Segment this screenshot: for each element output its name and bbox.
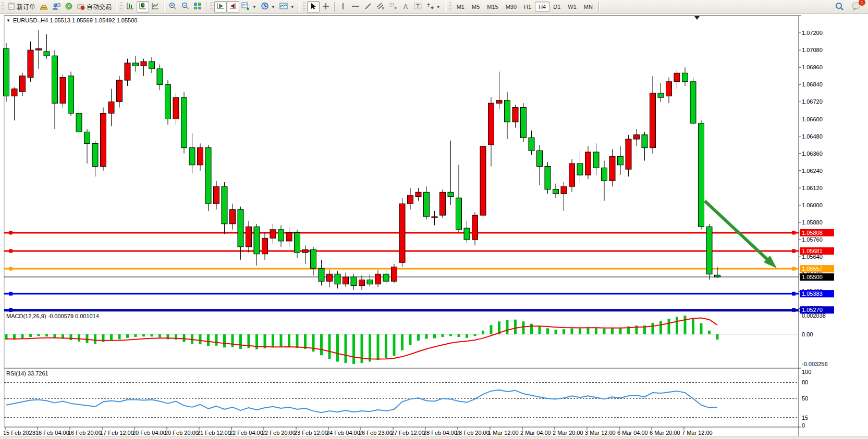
toolbar-grip bbox=[449, 2, 451, 11]
crosshair-button[interactable] bbox=[320, 1, 332, 12]
line-handle-right[interactable] bbox=[792, 292, 796, 296]
candle-bear bbox=[545, 167, 551, 190]
timeframe-button-m1[interactable]: M1 bbox=[453, 2, 468, 12]
candle-bear bbox=[424, 192, 430, 217]
chart-canvas[interactable]: 1.072001.070801.069601.068401.067201.066… bbox=[0, 0, 868, 439]
price-label-text: 1.05500 bbox=[802, 274, 823, 280]
candle-bear bbox=[464, 228, 470, 240]
arrows-button[interactable]: ▼ bbox=[424, 1, 443, 12]
candle-bear bbox=[577, 164, 583, 175]
timeframe-button-d1[interactable]: D1 bbox=[549, 2, 564, 12]
fibonacci-button[interactable]: F bbox=[387, 1, 399, 12]
candle-bear bbox=[157, 69, 163, 84]
line-handle-right[interactable] bbox=[792, 231, 796, 234]
text-label-icon: T bbox=[414, 2, 422, 11]
price-tick-label: 1.07080 bbox=[802, 47, 823, 53]
auto-scroll-button[interactable] bbox=[214, 1, 227, 12]
macd-scale-label: 0.00 bbox=[802, 331, 813, 337]
line-handle-right[interactable] bbox=[792, 249, 796, 253]
candle-bear bbox=[448, 192, 454, 196]
timeframe-button-h1[interactable]: H1 bbox=[520, 2, 535, 12]
line-handle-left[interactable] bbox=[9, 292, 13, 296]
collapse-triangle-icon[interactable]: ▼ bbox=[6, 18, 10, 23]
market-watch-button[interactable] bbox=[50, 1, 63, 12]
candle-bull bbox=[246, 227, 252, 247]
candle-bear bbox=[149, 61, 155, 69]
timeframe-button-mn[interactable]: MN bbox=[580, 2, 596, 12]
price-tick-label: 1.07200 bbox=[802, 30, 823, 36]
price-tick-label: 1.06720 bbox=[802, 98, 823, 105]
time-axis-label: 20 Feb 04:00 bbox=[132, 430, 166, 436]
line-handle-left[interactable] bbox=[9, 231, 13, 234]
charts-profile-icon bbox=[40, 3, 48, 11]
line-handle-right[interactable] bbox=[792, 308, 796, 312]
text-button[interactable]: A bbox=[399, 1, 412, 12]
line-handle-right[interactable] bbox=[792, 267, 796, 271]
candle-bear bbox=[335, 274, 340, 284]
new-order-label: 新订单 bbox=[17, 3, 35, 11]
time-axis-label: 24 Feb 04:00 bbox=[326, 430, 360, 436]
tile-windows-icon bbox=[193, 2, 202, 11]
candle-bear bbox=[295, 232, 300, 253]
templates-button[interactable]: ▼ bbox=[277, 1, 297, 12]
chart-shift-button[interactable] bbox=[227, 1, 239, 12]
notifications-button[interactable]: 1 bbox=[849, 1, 863, 12]
candlestick-button[interactable] bbox=[137, 1, 149, 12]
line-handle-left[interactable] bbox=[9, 249, 13, 253]
candle-bull bbox=[101, 113, 106, 166]
indicators-button[interactable]: ▼ bbox=[239, 1, 259, 12]
candle-bull bbox=[650, 93, 656, 148]
price-tick-label: 1.06000 bbox=[802, 202, 823, 208]
label-button[interactable]: T bbox=[412, 1, 424, 12]
price-label-text: 1.05383 bbox=[802, 291, 823, 297]
signals-button[interactable] bbox=[63, 1, 75, 12]
time-axis-label: 2 Mar 04:00 bbox=[520, 430, 551, 436]
timeframe-button-h4[interactable]: H4 bbox=[535, 2, 549, 12]
candle-bear bbox=[505, 101, 510, 122]
autotrading-label: 自动交易 bbox=[87, 3, 112, 11]
horizontal-line-icon bbox=[351, 3, 360, 11]
bar-chart-button[interactable] bbox=[124, 1, 137, 12]
candle-bear bbox=[4, 48, 9, 96]
timeframe-button-m15[interactable]: M15 bbox=[483, 2, 502, 12]
horizontal-line-button[interactable] bbox=[349, 1, 362, 12]
cursor-button[interactable] bbox=[307, 1, 320, 12]
toolbar-separator bbox=[299, 2, 299, 12]
candle-bull bbox=[609, 156, 615, 181]
timeframe-button-m5[interactable]: M5 bbox=[468, 2, 483, 12]
channel-button[interactable]: E bbox=[374, 1, 387, 12]
line-handle-left[interactable] bbox=[9, 267, 13, 271]
toolbar-grip bbox=[303, 2, 305, 11]
candle-bull bbox=[230, 209, 236, 224]
trading-app-window: 新订单 自动交易 bbox=[0, 0, 868, 439]
price-tick-label: 1.05760 bbox=[802, 236, 823, 243]
candle-bull bbox=[634, 135, 640, 139]
autotrading-button[interactable]: 自动交易 bbox=[75, 1, 114, 12]
candle-bull bbox=[108, 102, 114, 113]
line-handle-left[interactable] bbox=[9, 308, 13, 312]
candle-bull bbox=[36, 48, 42, 50]
zoom-out-button[interactable] bbox=[179, 1, 191, 12]
candle-bear bbox=[521, 107, 527, 137]
templates-icon bbox=[279, 3, 288, 11]
trendline-button[interactable] bbox=[362, 1, 374, 12]
timeframe-button-m30[interactable]: M30 bbox=[502, 2, 520, 12]
periods-button[interactable]: ▼ bbox=[259, 1, 277, 12]
zoom-in-button[interactable] bbox=[166, 1, 179, 12]
candle-bull bbox=[561, 186, 567, 194]
charts-profile-button[interactable] bbox=[38, 1, 50, 12]
search-button[interactable] bbox=[833, 1, 846, 12]
new-order-button[interactable]: 新订单 bbox=[6, 1, 38, 12]
candle-bull bbox=[674, 73, 680, 82]
tile-windows-button[interactable] bbox=[191, 1, 204, 12]
line-chart-button[interactable] bbox=[149, 1, 162, 12]
candle-bull bbox=[626, 139, 631, 169]
zoom-in-icon bbox=[168, 2, 177, 11]
timeframe-button-w1[interactable]: W1 bbox=[564, 2, 580, 12]
chevron-down-icon: ▼ bbox=[252, 5, 256, 9]
time-axis-label: 21 Feb 12:00 bbox=[197, 430, 231, 436]
candle-bear bbox=[383, 274, 389, 281]
vertical-line-button[interactable] bbox=[337, 1, 349, 12]
price-tick-label: 1.05640 bbox=[802, 254, 823, 260]
time-axis-label: 22 Feb 20:00 bbox=[262, 430, 296, 436]
